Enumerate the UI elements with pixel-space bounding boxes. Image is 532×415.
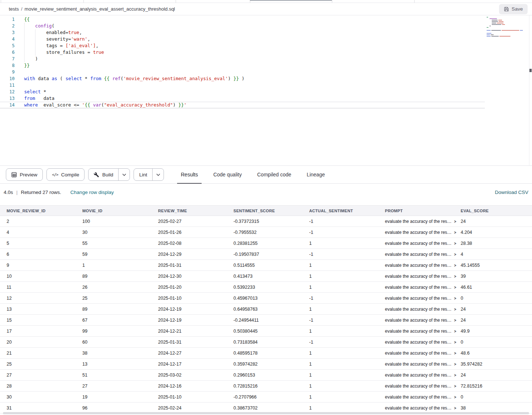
expand-prompt-icon[interactable]: >	[454, 285, 456, 289]
expand-prompt-icon[interactable]: >	[454, 296, 456, 300]
cell-eval_score: 24	[461, 373, 532, 378]
expand-prompt-icon[interactable]: >	[454, 242, 456, 246]
cell-actual_sentiment: -1	[309, 318, 385, 323]
horizontal-scrollbar[interactable]	[3, 412, 529, 414]
cell-prompt: evaluate the accuracy of the res…>	[385, 219, 461, 224]
tab-results[interactable]: Results	[180, 166, 199, 183]
editor-minimap[interactable]	[487, 17, 528, 37]
code-line[interactable]: 7 )	[0, 56, 532, 62]
breadcrumb: tests/movie_review_sentiment_analysis_ev…	[9, 6, 175, 12]
cell-review_time: 2024-12-17	[158, 362, 233, 367]
cell-prompt: evaluate the accuracy of the res…>	[385, 340, 461, 345]
cell-movie_review_id: 4	[7, 230, 82, 235]
cell-prompt: evaluate the accuracy of the res…>	[385, 351, 461, 356]
tab-lineage[interactable]: Lineage	[306, 166, 326, 183]
code-line[interactable]: 13from data	[0, 95, 532, 102]
expand-prompt-icon[interactable]: >	[454, 406, 456, 410]
download-csv-link[interactable]: Download CSV	[495, 190, 528, 195]
lint-button-label: Lint	[139, 172, 147, 177]
code-line[interactable]: 6 store_failures = true	[0, 49, 532, 56]
cell-movie_review_id: 31	[7, 405, 82, 411]
cell-prompt: evaluate the accuracy of the res…>	[385, 384, 461, 389]
cell-movie_review_id: 28	[7, 384, 82, 389]
expand-prompt-icon[interactable]: >	[454, 373, 456, 377]
column-header-movie_id: MOVIE_ID	[82, 209, 158, 213]
cell-movie_id: 19	[82, 395, 158, 400]
code-line[interactable]: 10with data as ( select * from {{ ref('m…	[0, 75, 532, 82]
cell-prompt: evaluate the accuracy of the res…>	[385, 230, 461, 235]
cell-movie_review_id: 25	[7, 362, 82, 367]
expand-prompt-icon[interactable]: >	[454, 362, 456, 366]
cell-actual_sentiment: -1	[309, 230, 385, 235]
cell-prompt: evaluate the accuracy of the res…>	[385, 252, 461, 257]
tab-lineage-label: Lineage	[307, 172, 325, 177]
tab-divider	[332, 0, 332, 3]
cell-actual_sentiment: -1	[309, 296, 385, 301]
expand-prompt-icon[interactable]: >	[454, 318, 456, 322]
cell-prompt: evaluate the accuracy of the res…>	[385, 263, 461, 268]
preview-button[interactable]: Preview	[6, 168, 43, 181]
code-line[interactable]: 8}}	[0, 62, 532, 69]
change-row-display-link[interactable]: Change row display	[70, 190, 114, 195]
line-number: 7	[0, 56, 15, 62]
tab-divider	[176, 0, 176, 3]
code-line[interactable]: 2 config(	[0, 23, 532, 29]
cell-sentiment_score: 0.413473	[233, 274, 309, 279]
expand-prompt-icon[interactable]: >	[454, 274, 456, 278]
tab-compiled-code[interactable]: Compiled code	[256, 166, 292, 183]
code-line[interactable]: 12select *	[0, 89, 532, 95]
expand-prompt-icon[interactable]: >	[454, 340, 456, 344]
expand-prompt-icon[interactable]: >	[454, 253, 456, 257]
expand-prompt-icon[interactable]: >	[454, 220, 456, 224]
code-line[interactable]: 1{{	[0, 16, 532, 23]
code-line[interactable]: 3 enabled=true,	[0, 29, 532, 36]
code-line[interactable]: 9	[0, 69, 532, 75]
compile-button[interactable]: </> Compile	[46, 168, 85, 181]
code-line[interactable]: 5 tags = ['ai_eval'],	[0, 42, 532, 49]
editor-scrollbar-track[interactable]	[529, 15, 529, 165]
cell-actual_sentiment: 1	[309, 362, 385, 367]
cell-movie_id: 30	[82, 230, 158, 235]
expand-prompt-icon[interactable]: >	[454, 307, 456, 311]
prompt-cell-text: evaluate the accuracy of the res…	[385, 296, 452, 301]
expand-prompt-icon[interactable]: >	[454, 384, 456, 388]
lint-dropdown-toggle[interactable]	[153, 169, 164, 180]
code-line-text: config(	[24, 23, 55, 29]
tab-code-quality[interactable]: Code quality	[213, 166, 243, 183]
prompt-cell-text: evaluate the accuracy of the res…	[385, 274, 452, 279]
prompt-cell-text: evaluate the accuracy of the res…	[385, 230, 452, 235]
line-number: 13	[0, 95, 15, 102]
prompt-cell-text: evaluate the accuracy of the res…	[385, 340, 452, 345]
build-button[interactable]: Build	[88, 168, 130, 181]
lint-button-main[interactable]: Lint	[134, 169, 152, 180]
build-button-main[interactable]: Build	[89, 169, 118, 180]
code-icon: </>	[52, 172, 58, 177]
table-row: 11262025-01-200.53922331evaluate the acc…	[0, 282, 532, 293]
query-duration: 4.0s	[4, 190, 13, 195]
cell-eval_score: 35.974282	[461, 362, 532, 367]
expand-prompt-icon[interactable]: >	[454, 351, 456, 355]
code-line[interactable]: 14where eval_score <= '{{ var("eval_accu…	[0, 102, 485, 108]
cell-actual_sentiment: 1	[309, 307, 385, 312]
save-button[interactable]: Save	[499, 4, 528, 14]
expand-prompt-icon[interactable]: >	[454, 263, 456, 268]
column-header-sentiment_score: SENTIMENT_SCORE	[233, 209, 309, 213]
lint-button[interactable]: Lint	[134, 168, 164, 181]
tab-divider	[414, 0, 415, 3]
editor-scrollbar-thumb[interactable]	[529, 69, 532, 72]
code-line[interactable]: 11	[0, 82, 532, 89]
cell-eval_score: 0	[461, 296, 532, 301]
table-row: 12252025-01-100.45967013-1evaluate the a…	[0, 293, 532, 304]
code-editor[interactable]: 1{{2 config(3 enabled=true,4 severity='w…	[0, 15, 532, 165]
cell-actual_sentiment: 1	[309, 405, 385, 411]
expand-prompt-icon[interactable]: >	[454, 231, 456, 235]
table-row: 21382024-12-270.485951781evaluate the ac…	[0, 348, 532, 359]
cell-eval_score: 39	[461, 274, 532, 279]
cell-review_time: 2024-12-29	[158, 252, 233, 257]
expand-prompt-icon[interactable]: >	[454, 329, 456, 333]
cell-sentiment_score: -0.37372315	[233, 219, 309, 224]
code-line[interactable]: 4 severity='warn',	[0, 36, 532, 42]
build-dropdown-toggle[interactable]	[119, 169, 130, 180]
breadcrumb-folder[interactable]: tests	[9, 6, 19, 12]
expand-prompt-icon[interactable]: >	[454, 395, 456, 399]
